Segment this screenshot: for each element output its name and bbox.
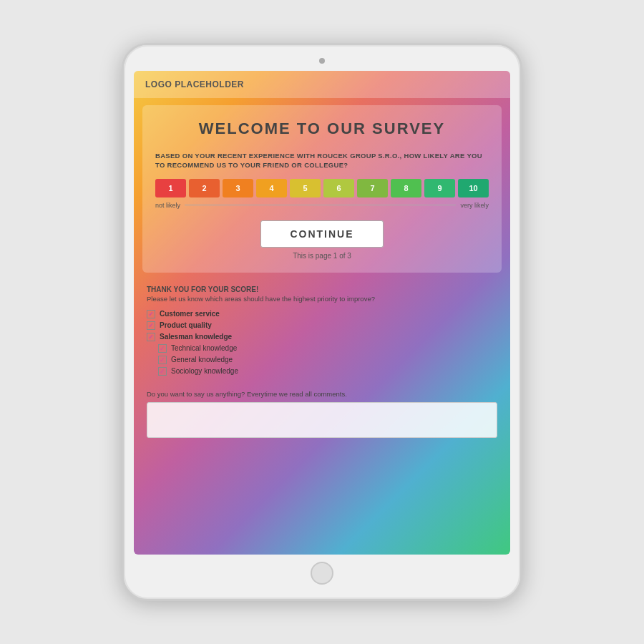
tablet: LOGO PLACEHOLDER WELCOME TO OUR SURVEY B… — [122, 43, 522, 601]
feedback-section: THANK YOU FOR YOUR SCORE! Please let us … — [134, 280, 510, 386]
logo-bar: LOGO PLACEHOLDER — [134, 71, 510, 98]
rating-cell-6[interactable]: 6 — [323, 179, 354, 197]
feedback-title: THANK YOU FOR YOUR SCORE! — [147, 286, 497, 293]
rating-labels: not likely very likely — [155, 202, 489, 209]
rating-cell-8[interactable]: 8 — [391, 179, 421, 197]
continue-button[interactable]: CONTINUE — [260, 220, 383, 248]
survey-title: WELCOME TO OUR SURVEY — [155, 119, 489, 138]
label-not-likely: not likely — [155, 202, 180, 209]
rating-cell-1[interactable]: 1 — [155, 179, 186, 197]
checkbox-label: Technical knowledge — [171, 344, 237, 352]
checkbox-list: ✓Customer service✓Product quality✓Salesm… — [147, 310, 497, 376]
page-info: This is page 1 of 3 — [293, 252, 351, 260]
rating-cell-7[interactable]: 7 — [357, 179, 388, 197]
survey-card: WELCOME TO OUR SURVEY BASED ON YOUR RECE… — [142, 105, 502, 273]
rating-cell-3[interactable]: 3 — [223, 179, 253, 197]
checkbox-item[interactable]: ✓Product quality — [147, 321, 497, 330]
camera-icon — [319, 58, 325, 64]
checkbox-icon: ✓ — [147, 333, 155, 341]
checkbox-label: Customer service — [160, 310, 220, 318]
logo-text: LOGO PLACEHOLDER — [145, 79, 244, 89]
checkbox-icon: ✓ — [158, 356, 167, 364]
checkbox-icon: ✓ — [158, 367, 167, 376]
checkbox-icon: ✓ — [147, 310, 155, 318]
comment-box[interactable] — [147, 402, 497, 438]
checkbox-item[interactable]: ✓General knowledge — [158, 356, 497, 364]
feedback-subtitle: Please let us know which areas should ha… — [147, 295, 497, 303]
survey-question: BASED ON YOUR RECENT EXPERIENCE WITH ROU… — [155, 151, 489, 170]
checkbox-item[interactable]: ✓Salesman knowledge — [147, 333, 497, 341]
checkbox-icon: ✓ — [158, 344, 167, 353]
continue-section: CONTINUE This is page 1 of 3 — [155, 212, 489, 265]
comment-label: Do you want to say us anything? Everytim… — [147, 390, 497, 398]
rating-cell-4[interactable]: 4 — [256, 179, 287, 197]
screen-content: LOGO PLACEHOLDER WELCOME TO OUR SURVEY B… — [134, 71, 510, 555]
screen: LOGO PLACEHOLDER WELCOME TO OUR SURVEY B… — [134, 71, 510, 555]
home-button[interactable] — [311, 562, 333, 585]
rating-row: 12345678910 — [155, 179, 489, 197]
checkbox-item[interactable]: ✓Customer service — [147, 310, 497, 318]
checkbox-label: Product quality — [160, 321, 212, 329]
rating-cell-2[interactable]: 2 — [189, 179, 220, 197]
checkbox-item[interactable]: ✓Sociology knowledge — [158, 367, 497, 376]
rating-cell-5[interactable]: 5 — [290, 179, 321, 197]
comment-section: Do you want to say us anything? Everytim… — [134, 386, 510, 448]
label-very-likely: very likely — [460, 202, 489, 209]
checkbox-label: Sociology knowledge — [171, 367, 238, 375]
checkbox-label: Salesman knowledge — [160, 333, 232, 341]
checkbox-label: General knowledge — [171, 356, 233, 364]
rating-cell-10[interactable]: 10 — [458, 179, 489, 197]
checkbox-icon: ✓ — [147, 321, 155, 330]
checkbox-item[interactable]: ✓Technical knowledge — [158, 344, 497, 353]
rating-line — [185, 205, 456, 205]
rating-cell-9[interactable]: 9 — [424, 179, 455, 197]
